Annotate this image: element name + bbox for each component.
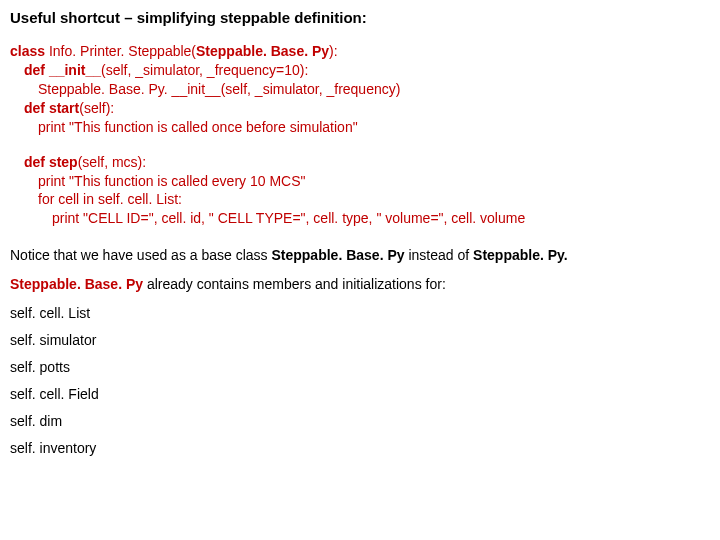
member-item: self. inventory [10, 439, 710, 458]
members-intro: Steppable. Base. Py already contains mem… [10, 275, 710, 294]
code-text: (self): [79, 100, 114, 116]
member-item: self. simulator [10, 331, 710, 350]
member-item: self. cell. List [10, 304, 710, 323]
class-name: Steppable. Base. Py [271, 247, 404, 263]
base-class-name: Steppable. Base. Py [196, 43, 329, 59]
code-line: print "This function is called once befo… [10, 118, 710, 137]
notice-paragraph: Notice that we have used as a base class… [10, 246, 710, 265]
code-text: Info. Printer. Steppable( [45, 43, 196, 59]
code-line: def step(self, mcs): [10, 153, 710, 172]
text: instead of [405, 247, 474, 263]
member-item: self. dim [10, 412, 710, 431]
keyword-def: def start [24, 100, 79, 116]
code-line: Steppable. Base. Py. __init__(self, _sim… [10, 80, 710, 99]
text: already contains members and initializat… [143, 276, 446, 292]
keyword-def: def step [24, 154, 78, 170]
class-name: Steppable. Base. Py [10, 276, 143, 292]
text: Notice that we have used as a base class [10, 247, 271, 263]
code-text: (self, mcs): [78, 154, 146, 170]
page-title: Useful shortcut – simplifying steppable … [10, 8, 710, 28]
member-item: self. potts [10, 358, 710, 377]
class-name: Steppable. Py. [473, 247, 568, 263]
keyword-def: def __init__ [24, 62, 101, 78]
code-line: def __init__(self, _simulator, _frequenc… [10, 61, 710, 80]
code-line: for cell in self. cell. List: [10, 190, 710, 209]
code-line: print "This function is called every 10 … [10, 172, 710, 191]
keyword-class: class [10, 43, 45, 59]
code-block-2: def step(self, mcs): print "This functio… [10, 153, 710, 229]
code-line: print "CELL ID=", cell. id, " CELL TYPE=… [10, 209, 710, 228]
member-item: self. cell. Field [10, 385, 710, 404]
code-text: (self, _simulator, _frequency=10): [101, 62, 308, 78]
code-line: class Info. Printer. Steppable(Steppable… [10, 42, 710, 61]
code-line: def start(self): [10, 99, 710, 118]
code-block-1: class Info. Printer. Steppable(Steppable… [10, 42, 710, 136]
code-text: ): [329, 43, 338, 59]
